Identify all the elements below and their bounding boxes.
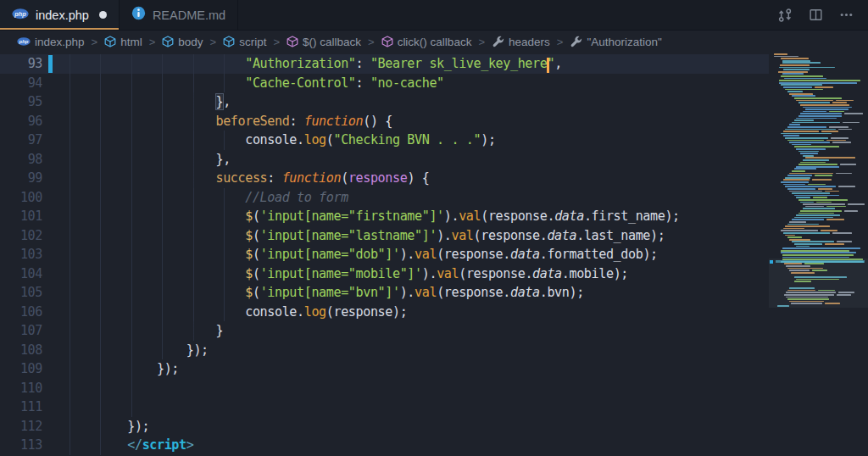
code-line[interactable]: 93 "Authorization": "Bearer sk_live_key_… [0,54,769,74]
minimap-line [783,69,810,70]
breadcrumb-item-body[interactable]: body [162,36,203,48]
minimap-line [844,113,864,114]
minimap-line [825,243,844,245]
minimap-line [794,217,834,219]
token: . [562,266,570,281]
breadcrumb-label: headers [509,36,550,48]
token: $ [245,285,253,300]
line-number: 103 [0,245,42,264]
token: ). [400,285,415,300]
token: }); [127,419,149,434]
minimap-line [848,203,865,205]
code-line[interactable]: 112 }); [0,417,769,437]
code-text: $('input[name="bvn"]').val(response.data… [39,283,584,303]
minimap-line [774,53,787,55]
token: }); [186,342,209,358]
token: . [547,209,554,224]
minimap-line [816,202,832,203]
code-line[interactable]: 104 $('input[name="mobile"]').val(respon… [0,264,769,284]
minimap-line [792,122,840,124]
minimap-line [837,241,852,242]
breadcrumb-item-click-callback[interactable]: click() callback [381,36,472,48]
code-line[interactable]: 105 $('input[name="bvn"]').val(response.… [0,283,769,303]
minimap[interactable] [769,53,868,456]
line-number: 105 [0,283,42,303]
more-actions-button[interactable] [837,7,854,24]
minimap-viewport[interactable] [769,259,868,308]
code-line[interactable]: 108 }); [0,341,769,360]
breadcrumb-item-headers[interactable]: headers [492,36,550,48]
code-line[interactable]: 98 }, [0,150,769,170]
minimap-line [798,199,848,201]
code-line[interactable]: 103 $('input[name="dob"]').val(response.… [0,245,769,264]
minimap-line [815,175,833,176]
code-editor[interactable]: 93 "Authorization": "Bearer sk_live_key_… [0,53,769,456]
token: ) { [407,170,429,186]
code-line[interactable]: 102 $('input[name="lastname"]').val(resp… [0,226,769,246]
breadcrumb-item-script[interactable]: script [223,36,266,48]
code-line[interactable]: 100 //Load to form [0,188,769,208]
token: data [532,266,562,281]
token: val [415,247,437,262]
minimap-line [825,191,839,192]
token: val [415,285,437,300]
token: ( [474,228,481,243]
minimap-line [780,64,810,66]
line-number: 99 [0,169,42,188]
code-line[interactable]: 110 [0,379,769,398]
text-cursor [547,58,549,73]
modified-dot[interactable] [99,11,107,19]
split-editor-button[interactable] [807,7,824,24]
minimap-line [792,170,805,172]
minimap-line [798,213,834,214]
token: formatted_dob [547,247,643,262]
breadcrumb-item-html[interactable]: html [104,36,142,48]
code-line[interactable]: 113 </script> [0,436,769,455]
line-number: 95 [0,92,42,112]
breadcrumb-item-authorization[interactable]: "Authorization" [570,36,661,48]
breadcrumb-item-index-php[interactable]: phpindex.php [17,36,85,48]
code-line[interactable]: 106 console.log(response); [0,303,769,322]
line-number: 112 [0,417,42,437]
open-changes-button[interactable] [776,7,793,24]
minimap-line [792,144,811,146]
breadcrumb-separator: > [477,36,486,48]
code-line[interactable]: 97 console.log("Checking BVN . . ."); [0,131,769,150]
code-line[interactable]: 94 "Cache-Control": "no-cache" [0,74,769,93]
token: : [289,114,303,129]
minimap-line [779,82,857,84]
breadcrumb-separator: > [272,36,281,48]
token: , [554,56,562,71]
minimap-line [803,155,814,157]
code-line[interactable]: 96 beforeSend: function() { [0,112,769,131]
token: console [245,304,297,320]
code-text: console.log(response); [39,303,407,322]
code-line[interactable]: 111 [0,398,769,417]
token: ( [437,285,444,300]
minimap-line [789,124,800,125]
code-text: $('input[name="lastname"]').val(response… [39,226,665,246]
tab-README-md[interactable]: README.md [120,0,238,30]
minimap-line [805,206,825,208]
minimap-line [792,192,830,194]
minimap-line [796,100,832,102]
code-line[interactable]: 95 }, [0,92,769,112]
token: ). [444,209,459,224]
minimap-line [832,102,847,103]
minimap-line [781,58,809,59]
code-line[interactable]: 109 }); [0,359,769,379]
tab-index-php[interactable]: phpindex.php [0,0,120,30]
minimap-line [794,195,839,197]
token: () { [363,114,392,129]
token: $ [245,209,253,224]
minimap-line [803,159,829,161]
code-line[interactable]: 107 } [0,321,769,341]
token: . [584,209,592,224]
code-line[interactable]: 99 success: function(response) { [0,169,769,188]
breadcrumb-item-callback[interactable]: $() callback [287,36,361,48]
minimap-line [774,56,798,58]
token: //Load to form [245,190,348,205]
minimap-line [785,235,795,236]
token: data [510,247,540,262]
code-line[interactable]: 101 $('input[name="firstname"]').val(res… [0,207,769,226]
